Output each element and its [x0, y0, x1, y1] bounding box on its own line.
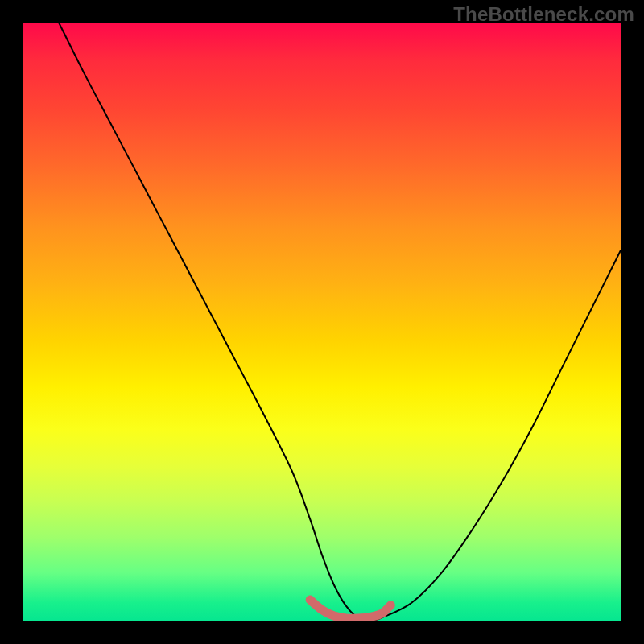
- watermark-text: TheBottleneck.com: [453, 3, 634, 26]
- plot-area: [23, 23, 621, 621]
- chart-frame: TheBottleneck.com: [0, 0, 644, 644]
- chart-svg: [23, 23, 621, 621]
- bottom-marker: [310, 600, 390, 618]
- bottleneck-curve: [60, 23, 621, 621]
